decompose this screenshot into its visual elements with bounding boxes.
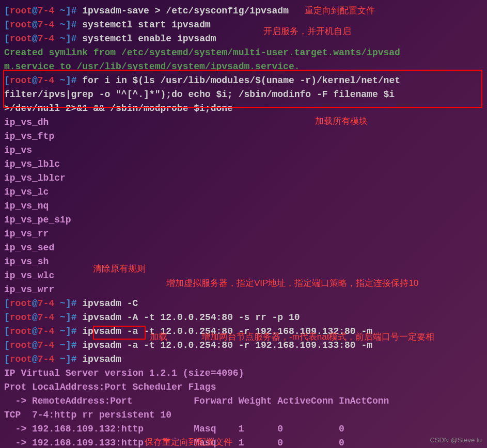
output-line: Prot LocalAddress:Port Scheduler Flags [4, 380, 483, 394]
output-line: ip_vs_sed [4, 241, 483, 255]
output-line: IP Virtual Server version 1.2.1 (size=40… [4, 366, 483, 380]
output-line: -> RemoteAddress:Port Forward Weight Act… [4, 394, 483, 408]
command-text: ipvsadm [82, 354, 121, 364]
output-line: ip_vs_lc [4, 185, 483, 199]
command-text: ipvsadm -C [82, 298, 138, 309]
terminal-line: [root@7-4 ~]# ipvsadm-save > /etc/syscon… [4, 4, 483, 18]
output-line: TCP 7-4:http rr persistent 10 [4, 408, 483, 422]
output-line: ip_vs_lblcr [4, 171, 483, 185]
prompt-user: root [10, 6, 32, 16]
prompt-bracket-close: ] [66, 6, 71, 16]
annotation-text: 增加两台节点服务器，-m代表nat模式，前后端口号一定要相 [201, 330, 434, 344]
output-line: ip_vs_ftp [4, 130, 483, 143]
output-line: ip_vs_sh [4, 255, 483, 269]
prompt-host: 7-4 [38, 6, 54, 16]
command-text: ipvsadm-save > /etc/sysconfig/ipvsadm [82, 6, 289, 16]
watermark-text: CSDN @Steve lu [430, 435, 482, 445]
output-line: ip_vs_dh [4, 116, 483, 130]
annotation-text: 加载 [150, 330, 167, 344]
annotation-text: 开启服务，并开机自启 [263, 25, 351, 38]
output-line: -> 192.168.109.133:http Masq 1 0 0 [4, 436, 483, 448]
prompt-bracket: [ [4, 6, 10, 16]
output-line: Created symlink from /etc/systemd/system… [4, 46, 483, 60]
annotation-text: 重定向到配置文件 [305, 4, 375, 18]
output-line: ip_vs_lblc [4, 157, 483, 171]
highlight-box [3, 70, 482, 108]
terminal-line: [root@7-4 ~]# ipvsadm -A -t 12.0.0.254:8… [4, 311, 483, 325]
output-line: -> 192.168.109.132:http Masq 1 0 0 [4, 422, 483, 436]
annotation-text: 清除原有规则 [93, 262, 146, 276]
output-line: ip_vs_nq [4, 199, 483, 213]
annotation-text: 增加虚拟服务器，指定VIP地址，指定端口策略，指定连接保持10 [166, 277, 418, 290]
terminal-line: [root@7-4 ~]# systemctl enable ipvsadm [4, 32, 483, 46]
highlight-box [93, 326, 146, 340]
prompt-hash: # [71, 6, 83, 16]
command-text: systemctl enable ipvsadm [82, 34, 216, 44]
terminal-line: [root@7-4 ~]# ipvsadm -C [4, 297, 483, 311]
annotation-text: 加载所有模块 [315, 115, 368, 128]
prompt-at: @ [32, 6, 38, 16]
output-line: ip_vs [4, 143, 483, 157]
command-text: systemctl start ipvsadm [82, 20, 210, 30]
prompt-tilde: ~ [60, 6, 66, 16]
output-line: ip_vs_rr [4, 227, 483, 241]
command-text: ipvsadm -A -t 12.0.0.254:80 -s rr -p 10 [82, 312, 300, 323]
terminal-line: [root@7-4 ~]# systemctl start ipvsadm [4, 18, 483, 32]
annotation-text: 保存重定向到配置文件 [145, 436, 232, 448]
output-line: ip_vs_pe_sip [4, 213, 483, 227]
terminal-line: [root@7-4 ~]# ipvsadm [4, 353, 483, 366]
